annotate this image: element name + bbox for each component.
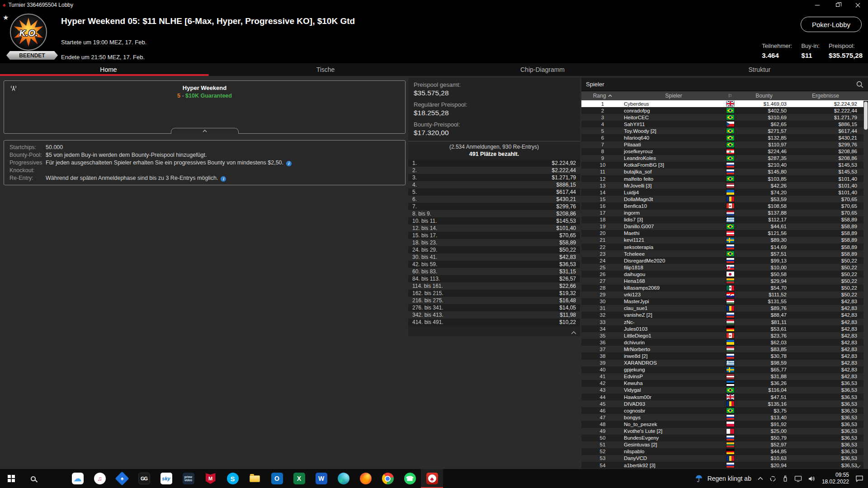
player-row[interactable]: 6hilarioq640$132,85$430,21 [581, 134, 868, 141]
column-rank[interactable]: Rang [581, 93, 624, 99]
close-button[interactable] [848, 0, 868, 10]
notification-center-icon[interactable] [855, 475, 863, 482]
taskbar-sky-button[interactable]: sky [155, 469, 177, 488]
player-row[interactable]: 12malfeito feito$103,85$101,40 [581, 175, 868, 182]
taskbar-clock[interactable]: 09:55 18.02.2022 [822, 472, 849, 485]
taskbar-file-explorer-button[interactable] [244, 469, 266, 488]
player-row[interactable]: 53DanyVCD$10,63$36,53 [581, 455, 868, 462]
taskbar-outlook-button[interactable]: O [266, 469, 288, 488]
player-row[interactable]: 9LeandroKoles$287,35$208,86 [581, 155, 868, 162]
player-row[interactable]: 37MrNorberto$83,85$42,83 [581, 346, 868, 352]
player-row[interactable]: 24DisregardMe2020$99,13$50,22 [581, 257, 868, 264]
taskbar-signal-button[interactable] [44, 469, 66, 488]
tab-chip-diagramm[interactable]: Chip-Diagramm [434, 63, 651, 76]
volume-icon[interactable] [808, 475, 816, 482]
taskbar-itunes-button[interactable]: ♫ [89, 469, 111, 488]
player-row[interactable]: 41EdvinsP$31,88$42,83 [581, 373, 868, 380]
column-player[interactable]: Spieler [624, 93, 723, 99]
player-row[interactable]: 38inwe8d [2]$30,78$42,83 [581, 352, 868, 359]
taskbar-firefox-button[interactable] [354, 469, 377, 488]
player-row[interactable]: 50BundesEvgeny$50,79$36,53 [581, 435, 868, 441]
player-row[interactable]: 16Benfica10$108,58$70,65 [581, 202, 868, 209]
player-row[interactable]: 40gpjekung$65,77$42,83 [581, 366, 868, 373]
player-row[interactable]: 8josefkeyrouz$224,46$208,86 [581, 148, 868, 155]
player-row[interactable]: 33zNc-$81,11$42,83 [581, 319, 868, 325]
taskbar-windows-start-button[interactable] [0, 469, 22, 488]
player-row[interactable]: 15DollaMagn3t$53,59$70,65 [581, 196, 868, 202]
player-row[interactable]: 42Kewuha$36,26$36,53 [581, 380, 868, 387]
column-bounty[interactable]: Bounty [737, 93, 791, 99]
taskbar-mcafee-button[interactable]: M [199, 469, 222, 488]
player-row[interactable]: 51Gesintuvas [2]$52,97$36,53 [581, 441, 868, 448]
weather-widget[interactable]: Regen klingt ab [695, 474, 751, 483]
player-row[interactable]: 54a1bertik92 [3]$20,94$36,53 [581, 462, 868, 469]
player-row[interactable]: 14Luidji4$74,20$101,40 [581, 189, 868, 196]
player-row[interactable]: 27Hena168$29,94$50,22 [581, 277, 868, 284]
player-row[interactable]: 44Hawksm00r$47,51$36,53 [581, 394, 868, 400]
favorite-star-icon[interactable]: ★ [3, 14, 9, 22]
player-row[interactable]: 31clau_sue1$89,76$42,83 [581, 305, 868, 312]
player-row[interactable]: 22seksoterapia$14,69$58,89 [581, 244, 868, 250]
player-row[interactable]: 17ingorm$137,88$70,65 [581, 210, 868, 216]
column-results[interactable]: Ergebnisse [791, 93, 860, 99]
player-row[interactable]: 36dchivurin$62,03$42,83 [581, 339, 868, 346]
player-row[interactable]: 43Vidygal$116,04$36,53 [581, 387, 868, 394]
player-row[interactable]: 3HeitorCEC$310,69$1.271,79 [581, 114, 868, 121]
player-row[interactable]: 49Kvothe's Lute [2]$25,00$36,53 [581, 428, 868, 435]
players-scrollbar-thumb[interactable] [864, 102, 868, 130]
player-row[interactable]: 46cognosbr$3,75$36,53 [581, 407, 868, 414]
taskbar-edge-button[interactable] [332, 469, 354, 488]
player-row[interactable]: 30MasterJypi$131,55$42,83 [581, 298, 868, 305]
minimize-button[interactable] [807, 0, 827, 10]
usb-icon[interactable] [782, 475, 788, 482]
player-row[interactable]: 2conradofpg$402,50$2.222,44 [581, 107, 868, 114]
player-row[interactable]: 35LittleDiego1$23,76$42,83 [581, 332, 868, 339]
poker-lobby-button[interactable]: Poker-Lobby [801, 17, 862, 32]
player-row[interactable]: 52nilspablo$44,85$36,53 [581, 448, 868, 455]
taskbar-search-button[interactable] [22, 469, 44, 488]
tab-tische[interactable]: Tische [217, 63, 434, 76]
player-row[interactable]: 13MrJovelli [3]$42,26$101,40 [581, 182, 868, 189]
players-scrollbar[interactable] [863, 101, 868, 469]
restore-button[interactable] [827, 0, 848, 10]
collapse-panel-handle[interactable] [171, 128, 239, 134]
player-row[interactable]: 25filip1818$10,00$50,22 [581, 264, 868, 271]
player-row[interactable]: 5Toy.Woody [2]$271,57$617,44 [581, 127, 868, 134]
player-row[interactable]: 28killasamps2069$54,70$50,22 [581, 285, 868, 291]
player-row[interactable]: 39XARANDROS$98,59$42,83 [581, 360, 868, 366]
player-row[interactable]: 20Maethi$121,56$58,89 [581, 230, 868, 237]
player-row[interactable]: 19Danillo.G007$44,61$58,89 [581, 223, 868, 230]
player-row[interactable]: 48No_to_peszek$91,92$36,53 [581, 421, 868, 427]
info-icon[interactable]: i [221, 176, 226, 182]
player-row[interactable]: 23Tcheleee$57,51$58,89 [581, 250, 868, 257]
taskbar-skype-button[interactable]: S [222, 469, 244, 488]
taskbar-word-button[interactable]: W [310, 469, 332, 488]
taskbar-pokerstars-button[interactable]: ♠ [421, 469, 443, 488]
player-row[interactable]: 7Pilaaati$110,97$299,76 [581, 141, 868, 148]
player-row[interactable]: 45DIVAD93$135,16$36,53 [581, 400, 868, 407]
taskbar-whatsapp-button[interactable]: ☎ [399, 469, 421, 488]
taskbar-prime-video-button[interactable]: prime video [177, 469, 199, 488]
player-row[interactable]: 29vrki123$111,52$50,22 [581, 291, 868, 298]
taskbar-chrome-button[interactable] [377, 469, 399, 488]
player-row[interactable]: 1Cyberdeus$1.469,03$2.224,92 [581, 100, 868, 107]
player-row[interactable]: 32vanisheZ [2]$88,47$42,83 [581, 312, 868, 319]
taskbar-excel-button[interactable]: X [288, 469, 310, 488]
taskbar-poker-cards-button[interactable]: ♠ [111, 469, 133, 488]
payout-scroll-up-icon[interactable] [571, 331, 576, 334]
player-row[interactable]: 21kevi1121$89,30$58,89 [581, 237, 868, 244]
hidden-icons-chevron[interactable] [758, 477, 763, 480]
taskbar-icloud-button[interactable]: ☁ [66, 469, 89, 488]
player-row[interactable]: 4SahY#11$62,65$886,15 [581, 121, 868, 127]
player-row[interactable]: 18lidis7 [3]$112,17$58,89 [581, 216, 868, 223]
player-row[interactable]: 26daihugou$50,58$50,22 [581, 271, 868, 277]
player-row[interactable]: 10KotkaFromBG [3]$210,40$145,53 [581, 162, 868, 169]
players-scroll-down-icon[interactable] [855, 465, 861, 468]
tab-home[interactable]: Home [0, 63, 217, 76]
sync-ring-icon[interactable] [769, 475, 776, 482]
network-display-icon[interactable] [794, 475, 802, 482]
taskbar-ggpoker-button[interactable]: GG [133, 469, 155, 488]
player-row[interactable]: 11butajlka_sof$145,80$145,53 [581, 169, 868, 175]
info-icon[interactable]: i [286, 161, 292, 166]
tab-struktur[interactable]: Struktur [651, 63, 868, 76]
